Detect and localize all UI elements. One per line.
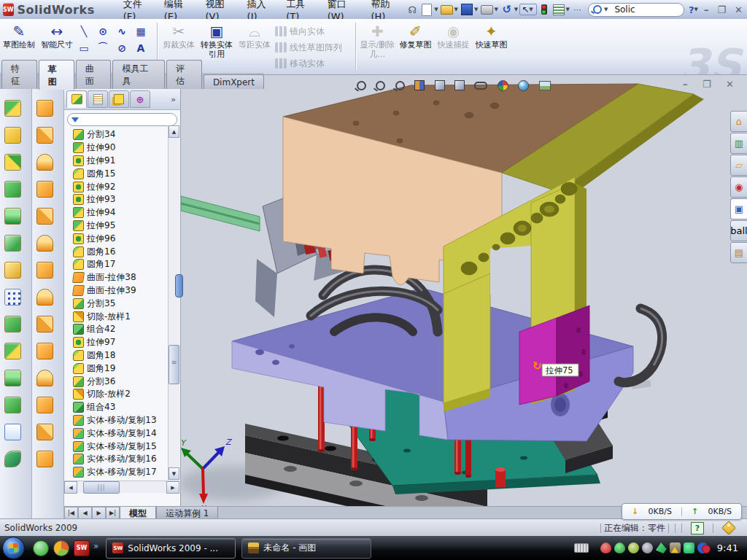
feature-tool-icon[interactable] <box>4 343 21 359</box>
task-pane-tab[interactable]: ▱ <box>730 155 747 176</box>
command-button[interactable]: ✐ 修复草图 ▼ <box>397 22 433 67</box>
mold-tool-icon[interactable] <box>36 316 53 332</box>
feature-tool-icon[interactable] <box>4 397 21 413</box>
propertymanager-tab[interactable] <box>88 90 108 108</box>
tree-item[interactable]: ▷ 拉伸94 <box>66 206 168 219</box>
tray-icon[interactable] <box>642 542 653 553</box>
tree-item[interactable]: ▷ 实体-移动/复制15 <box>66 440 168 453</box>
start-button[interactable] <box>2 537 25 559</box>
options-dropdown[interactable]: ▼ <box>566 7 570 12</box>
graphics-viewport[interactable]: ↻ 拉伸75 Y Z X ▼ ▼ <box>181 75 747 506</box>
tree-item[interactable]: ▷ 曲面-拉伸38 <box>66 271 168 284</box>
tree-item[interactable]: ▷ 实体-移动/复制13 <box>66 414 168 427</box>
search-input[interactable] <box>613 4 667 15</box>
command-button[interactable]: 镜向实体 ▼ <box>275 23 352 39</box>
tree-filter-input[interactable] <box>67 113 177 126</box>
feature-tool-icon[interactable] <box>4 100 21 117</box>
mold-tool-icon[interactable] <box>36 181 53 198</box>
mold-tool-icon[interactable] <box>36 235 53 252</box>
taskbar-window-button[interactable]: SW SolidWorks 2009 - ... <box>106 538 236 559</box>
mold-tool-icon[interactable] <box>36 424 53 440</box>
task-pane-tab[interactable]: ◉ <box>730 176 747 198</box>
feature-tool-icon[interactable] <box>4 316 21 332</box>
commandmanager-tab[interactable]: 曲面 <box>76 60 112 89</box>
new-file-icon[interactable] <box>420 3 433 16</box>
tree-vertical-scrollbar[interactable]: ▲ ▼ <box>168 125 179 480</box>
tree-item[interactable]: ▷ 分割36 <box>66 375 168 388</box>
view-tool-button[interactable]: ▼ <box>395 81 410 90</box>
mold-tool-icon[interactable] <box>36 262 53 279</box>
quicklaunch-chevron[interactable]: » <box>93 541 98 551</box>
sketch-tool-icon[interactable]: ▦ <box>134 26 147 37</box>
tree-item[interactable]: ▷ 切除-放样2 <box>66 388 168 401</box>
task-pane-tab[interactable]: ▣ <box>730 198 747 219</box>
view-tool-button[interactable]: ▼ <box>518 80 534 91</box>
commandmanager-tab[interactable]: 评估 <box>166 60 202 89</box>
task-pane-tab[interactable]: ▤ <box>730 242 747 263</box>
language-keyboard-icon[interactable] <box>574 543 589 553</box>
tree-item[interactable]: ▷ 拉伸96 <box>66 232 168 245</box>
quick-tips-button[interactable]: ? <box>691 522 704 534</box>
feature-tool-icon[interactable] <box>4 451 21 467</box>
command-button[interactable]: 线性草图阵列 ▼ <box>275 39 352 55</box>
view-tool-button[interactable]: ▼ <box>376 81 390 90</box>
feature-tool-icon[interactable] <box>4 370 21 386</box>
view-tool-button[interactable]: ▼ <box>539 81 556 90</box>
overflow-dots[interactable]: ⋯ <box>573 5 581 15</box>
command-button[interactable]: ✦ 快速草图 ▼ <box>473 22 509 67</box>
tags-icon[interactable] <box>721 521 736 535</box>
commandmanager-tab[interactable]: 模具工具 <box>112 60 165 89</box>
tray-icon[interactable] <box>614 542 625 553</box>
tree-item[interactable]: ▷ 拉伸93 <box>66 193 168 206</box>
tree-item[interactable]: ▷ 实体-移动/复制14 <box>66 427 168 440</box>
restore-button[interactable]: ❐ <box>713 4 730 15</box>
tab-scroll-button[interactable]: |◀ <box>64 507 78 519</box>
open-dropdown[interactable]: ▼ <box>454 7 458 12</box>
feature-tool-icon[interactable] <box>4 235 21 252</box>
tab-scroll-button[interactable]: ▶| <box>106 507 120 519</box>
panel-splitter-handle[interactable] <box>175 274 183 298</box>
tray-icon[interactable] <box>697 542 708 553</box>
task-pane-tab[interactable]: ball <box>730 220 747 241</box>
tree-item[interactable]: ▷ 拉伸92 <box>66 180 168 193</box>
commandmanager-tab[interactable]: 草图 <box>39 60 74 90</box>
feature-tool-icon[interactable] <box>4 289 21 306</box>
configurationmanager-tab[interactable] <box>109 90 129 108</box>
command-button[interactable]: ▣ 转换实体引用 ▼ <box>198 22 235 67</box>
scroll-down-arrow[interactable]: ▼ <box>169 467 179 480</box>
save-icon[interactable] <box>460 3 473 16</box>
pin-icon[interactable]: ☊ <box>406 3 419 16</box>
tree-item[interactable]: ▷ 拉伸90 <box>66 141 168 155</box>
open-file-icon[interactable] <box>441 3 454 16</box>
tree-item[interactable]: ▷ 圆角15 <box>66 167 168 180</box>
scrollbar-thumb[interactable] <box>83 481 120 494</box>
tree-item[interactable]: ▷ 拉伸97 <box>66 336 168 349</box>
sketch-tool-icon[interactable]: ∿ <box>115 26 128 37</box>
tree-item[interactable]: ▷ 圆角16 <box>66 245 168 258</box>
panel-overflow-chevron[interactable]: » <box>171 95 176 104</box>
save-dropdown[interactable]: ▼ <box>474 7 478 12</box>
scroll-left-arrow[interactable]: ◀ <box>64 481 77 494</box>
tray-icon[interactable] <box>628 542 639 553</box>
search-box[interactable]: ▼ <box>588 3 684 17</box>
tree-item[interactable]: ▷ 实体-移动/复制16 <box>66 453 168 466</box>
featuremanager-tab[interactable] <box>66 90 87 108</box>
command-button[interactable]: ⌓ 等距实体 ▼ <box>236 22 273 67</box>
sketch-tool-icon[interactable]: ⊘ <box>115 42 128 54</box>
scroll-up-arrow[interactable]: ▲ <box>169 125 179 138</box>
feature-tool-icon[interactable] <box>4 154 21 171</box>
commandmanager-tab[interactable]: 特征 <box>1 60 37 89</box>
view-tool-button[interactable]: ▼ <box>435 80 450 90</box>
help-icon[interactable]: ? <box>689 4 694 15</box>
tree-item[interactable]: ▷ 拉伸95 <box>66 219 168 233</box>
commandmanager-tab[interactable]: DimXpert <box>204 74 264 89</box>
tree-item[interactable]: ▷ 实体-移动/复制18 <box>66 479 168 480</box>
taskbar-window-button[interactable]: 未命名 - 画图 <box>241 538 371 559</box>
command-button[interactable]: ✚ 显示/删除几... ▼ <box>359 22 395 67</box>
tray-icon[interactable] <box>670 542 681 553</box>
command-button[interactable]: 移动实体 ▼ <box>275 55 352 71</box>
view-tool-button[interactable]: ▼ <box>414 80 430 90</box>
tray-icon[interactable] <box>600 542 611 553</box>
sketch-tool-icon[interactable]: ▭ <box>77 42 90 54</box>
tray-icon[interactable] <box>656 542 667 553</box>
